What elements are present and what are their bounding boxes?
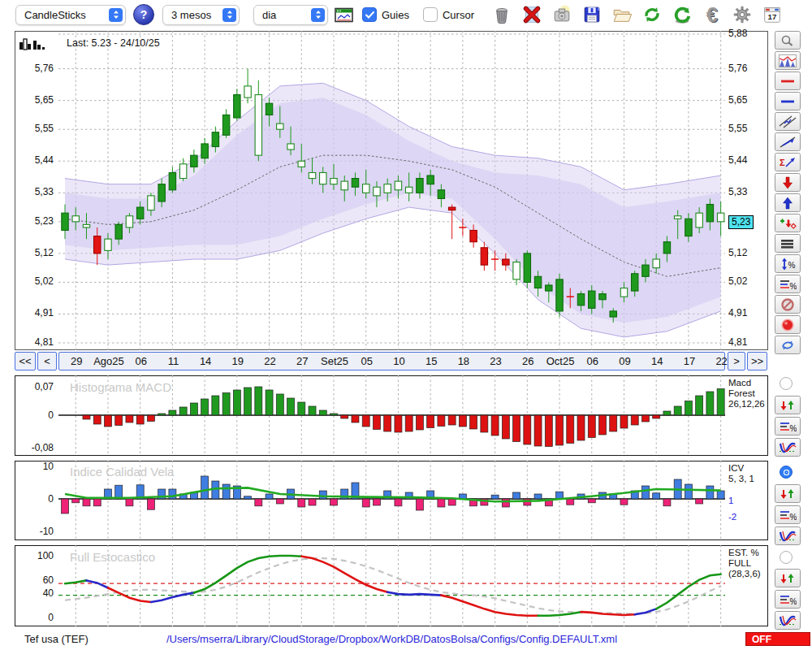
stoch-y-label: 40 [16, 587, 54, 599]
trendline-tool-button[interactable] [775, 132, 801, 151]
calendar-icon[interactable]: 17 [761, 3, 784, 26]
y-axis-label: 5,76 [728, 63, 764, 74]
icv-curve-button[interactable] [775, 526, 801, 545]
levels-tool-button[interactable] [775, 234, 801, 253]
y-axis-label: 4,91 [16, 307, 54, 318]
chevron-updown-icon [222, 8, 236, 22]
help-button[interactable]: ? [133, 4, 154, 25]
x-axis-date-label: 06 [587, 355, 598, 367]
macd-updown-arrows-button[interactable] [775, 396, 801, 414]
red-line-tool-button[interactable] [775, 72, 801, 90]
y-axis-label: 5,12 [16, 247, 54, 258]
icv-lines-percent-button[interactable]: % [775, 505, 801, 524]
trash-icon[interactable] [490, 3, 513, 26]
macd-bars [83, 387, 724, 447]
stoch-y-label: 60 [16, 574, 54, 586]
macd-y-label: 0,07 [16, 381, 54, 392]
icv-right-line2: 5, 3, 1 [728, 474, 754, 484]
macd-curve-button[interactable] [775, 438, 801, 457]
icv-updown-arrows-button[interactable] [775, 484, 801, 503]
icv-title: Indice Calidad Vela [70, 465, 174, 479]
blue-line-tool-button[interactable] [775, 92, 801, 110]
icv-right-label: ICV 5, 3, 1 1 -2 [728, 463, 754, 522]
euro-icon[interactable]: € [701, 3, 723, 26]
calendar-day: 17 [768, 12, 777, 21]
x-axis-date-label: 18 [458, 355, 469, 367]
lines-percent-tool-button[interactable]: % [775, 275, 801, 293]
signal-line [65, 558, 721, 613]
interval-select[interactable]: dia [253, 5, 328, 25]
arrow-down-tool-button[interactable] [775, 173, 801, 192]
chart-window-icon[interactable] [333, 3, 354, 26]
chart-type-value: CandleSticks [16, 9, 86, 21]
chart-type-select[interactable]: CandleSticks [15, 5, 126, 25]
open-folder-icon[interactable] [611, 3, 633, 26]
nav-next-button[interactable]: > [728, 352, 745, 370]
cursor-label: Cursor [443, 9, 474, 21]
stoch-panel-radio[interactable] [780, 551, 793, 564]
measure-percent-tool-button[interactable]: % [775, 254, 801, 273]
interval-value: dia [254, 9, 276, 21]
off-indicator[interactable]: OFF [745, 632, 810, 646]
x-axis-date-label: Oct25 [546, 355, 575, 367]
histogram-mini-icon[interactable] [19, 37, 45, 54]
candlestick-chart[interactable] [58, 31, 725, 350]
nav-prev-button[interactable]: < [37, 352, 57, 370]
nav-last-button[interactable]: >> [747, 352, 767, 370]
y-axis-label: 5,12 [728, 247, 764, 258]
y-axis-label: 5,02 [16, 275, 54, 287]
zoom-tool-button[interactable] [775, 31, 801, 50]
guies-checkbox[interactable]: Guies [362, 7, 409, 22]
nav-first-button[interactable]: << [15, 352, 36, 370]
save-icon[interactable] [581, 3, 603, 26]
toolbar-actions: € 17 [490, 3, 784, 26]
y-axis-label: 5,23 [16, 215, 54, 227]
chevron-updown-icon [109, 8, 123, 22]
x-axis-date-label: Set25 [321, 355, 348, 367]
nav-last-label: >> [751, 355, 763, 367]
x-axis-date-label: 17 [684, 355, 695, 367]
stoch-lines-percent-button[interactable]: % [775, 590, 801, 609]
app-window: CandleSticks ? 3 mesos dia [0, 0, 812, 650]
stoch-curve-button[interactable] [775, 611, 801, 630]
forbidden-tool-button[interactable] [775, 295, 801, 314]
nav-next-label: > [733, 355, 740, 367]
x-axis-date-label: 11 [168, 355, 179, 367]
svg-text:%: % [790, 281, 797, 290]
delete-x-icon[interactable] [520, 3, 543, 26]
reload-icon[interactable] [671, 3, 693, 26]
y-axis-label: 5,44 [728, 154, 764, 166]
camera-icon[interactable] [551, 3, 573, 26]
y-axis-label: 5,33 [16, 186, 54, 197]
x-axis-date-label: 05 [361, 355, 372, 367]
date-axis-strip[interactable]: 29Ago25061114192227Set25051015182326Oct2… [58, 352, 725, 370]
stoch-right-line2: FULL [728, 558, 761, 569]
y-axis-label: 5,76 [16, 63, 54, 74]
x-axis-date-label: 22 [715, 355, 727, 367]
arrow-up-tool-button[interactable] [775, 193, 801, 212]
cursor-checkbox[interactable]: Cursor [423, 7, 474, 22]
add-signal-tool-button[interactable] [775, 214, 801, 232]
macd-lines-percent-button[interactable]: % [775, 417, 801, 436]
macd-panel-radio[interactable] [780, 377, 793, 390]
icv-right-line1: ICV [728, 463, 754, 474]
refresh-arrows-tool-button[interactable] [775, 336, 801, 354]
y-axis-label: 5,44 [16, 154, 54, 166]
settings-gear-icon[interactable] [731, 3, 754, 26]
macd-y-label: -0,08 [16, 442, 54, 453]
macd-right-line2: Forest [728, 388, 765, 399]
stoch-y-label: 100 [16, 550, 54, 561]
nav-prev-label: < [44, 355, 50, 367]
icv-upper-value: 1 [728, 496, 754, 506]
stochastic-main-line [301, 557, 387, 592]
sigma-trend-tool-button[interactable]: Σ [775, 153, 801, 171]
refresh-icon[interactable] [641, 3, 663, 26]
icv-panel-radio[interactable] [780, 466, 793, 479]
last-price-axis-tag: 5,23 [728, 215, 754, 229]
period-select[interactable]: 3 mesos [162, 5, 240, 25]
record-tool-button[interactable] [775, 315, 801, 334]
channel-tool-button[interactable] [775, 112, 801, 131]
indicator-chart-button[interactable] [775, 51, 801, 70]
stochastic-chart[interactable] [58, 545, 725, 626]
stoch-updown-arrows-button[interactable] [775, 569, 801, 587]
